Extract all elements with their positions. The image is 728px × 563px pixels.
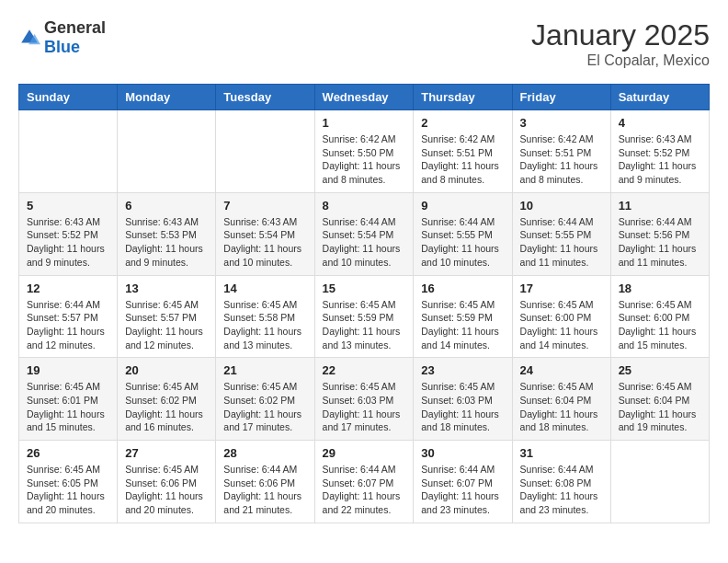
day-info: Sunrise: 6:42 AMSunset: 5:50 PMDaylight:… [323, 132, 406, 187]
day-number: 6 [125, 199, 208, 213]
calendar-cell: 11Sunrise: 6:44 AMSunset: 5:56 PMDayligh… [610, 192, 709, 275]
day-info: Sunrise: 6:45 AMSunset: 6:03 PMDaylight:… [323, 380, 406, 434]
day-number: 9 [421, 199, 504, 213]
day-info: Sunrise: 6:43 AMSunset: 5:54 PMDaylight:… [223, 215, 306, 270]
calendar-week-row: 26Sunrise: 6:45 AMSunset: 6:05 PMDayligh… [19, 441, 710, 523]
day-info: Sunrise: 6:44 AMSunset: 6:08 PMDaylight:… [520, 463, 603, 517]
day-info: Sunrise: 6:45 AMSunset: 6:06 PMDaylight:… [125, 463, 208, 517]
calendar-cell: 21Sunrise: 6:45 AMSunset: 6:02 PMDayligh… [216, 358, 314, 441]
day-info: Sunrise: 6:44 AMSunset: 5:56 PMDaylight:… [619, 215, 701, 270]
day-number: 27 [125, 446, 208, 460]
calendar-cell [610, 441, 709, 523]
calendar-week-row: 19Sunrise: 6:45 AMSunset: 6:01 PMDayligh… [19, 358, 710, 441]
calendar-cell: 27Sunrise: 6:45 AMSunset: 6:06 PMDayligh… [118, 441, 216, 523]
day-info: Sunrise: 6:45 AMSunset: 6:00 PMDaylight:… [619, 298, 701, 352]
day-info: Sunrise: 6:45 AMSunset: 6:04 PMDaylight:… [520, 380, 603, 434]
calendar-cell [19, 110, 118, 193]
day-info: Sunrise: 6:44 AMSunset: 5:55 PMDaylight:… [421, 215, 504, 270]
day-number: 3 [520, 116, 603, 130]
title-block: January 2025 El Copalar, Mexico [531, 18, 710, 69]
day-number: 12 [27, 282, 109, 295]
day-info: Sunrise: 6:43 AMSunset: 5:52 PMDaylight:… [27, 215, 109, 270]
day-info: Sunrise: 6:42 AMSunset: 5:51 PMDaylight:… [520, 132, 603, 187]
day-info: Sunrise: 6:43 AMSunset: 5:52 PMDaylight:… [619, 132, 701, 187]
calendar-cell: 25Sunrise: 6:45 AMSunset: 6:04 PMDayligh… [610, 358, 709, 441]
day-info: Sunrise: 6:44 AMSunset: 6:06 PMDaylight:… [223, 463, 306, 517]
calendar-cell: 5Sunrise: 6:43 AMSunset: 5:52 PMDaylight… [19, 192, 118, 275]
day-info: Sunrise: 6:44 AMSunset: 5:57 PMDaylight:… [27, 298, 109, 352]
page-header: General Blue January 2025 El Copalar, Me… [18, 18, 710, 69]
logo-general: General [44, 18, 106, 37]
location-title: El Copalar, Mexico [531, 52, 710, 69]
day-number: 25 [619, 363, 701, 377]
calendar-cell: 23Sunrise: 6:45 AMSunset: 6:03 PMDayligh… [414, 358, 512, 441]
calendar-cell [216, 110, 314, 193]
day-info: Sunrise: 6:45 AMSunset: 6:04 PMDaylight:… [619, 380, 701, 434]
day-info: Sunrise: 6:45 AMSunset: 5:57 PMDaylight:… [125, 298, 208, 352]
calendar-cell: 29Sunrise: 6:44 AMSunset: 6:07 PMDayligh… [314, 441, 414, 523]
day-info: Sunrise: 6:45 AMSunset: 5:59 PMDaylight:… [421, 298, 504, 352]
calendar-cell: 12Sunrise: 6:44 AMSunset: 5:57 PMDayligh… [19, 275, 118, 358]
day-number: 11 [619, 199, 701, 213]
calendar-cell: 16Sunrise: 6:45 AMSunset: 5:59 PMDayligh… [414, 275, 512, 358]
weekday-header-friday: Friday [512, 85, 610, 110]
calendar-cell: 3Sunrise: 6:42 AMSunset: 5:51 PMDaylight… [512, 110, 610, 193]
day-number: 1 [323, 116, 406, 130]
calendar-cell: 15Sunrise: 6:45 AMSunset: 5:59 PMDayligh… [314, 275, 414, 358]
day-number: 23 [421, 363, 504, 377]
day-number: 5 [27, 199, 109, 213]
calendar-week-row: 12Sunrise: 6:44 AMSunset: 5:57 PMDayligh… [19, 275, 710, 358]
calendar-cell [118, 110, 216, 193]
day-info: Sunrise: 6:42 AMSunset: 5:51 PMDaylight:… [421, 132, 504, 187]
day-number: 19 [27, 363, 109, 377]
calendar-table: SundayMondayTuesdayWednesdayThursdayFrid… [18, 84, 710, 523]
calendar-cell: 18Sunrise: 6:45 AMSunset: 6:00 PMDayligh… [610, 275, 709, 358]
day-number: 26 [27, 446, 109, 460]
calendar-cell: 24Sunrise: 6:45 AMSunset: 6:04 PMDayligh… [512, 358, 610, 441]
calendar-cell: 14Sunrise: 6:45 AMSunset: 5:58 PMDayligh… [216, 275, 314, 358]
day-info: Sunrise: 6:44 AMSunset: 5:54 PMDaylight:… [323, 215, 406, 270]
day-info: Sunrise: 6:44 AMSunset: 6:07 PMDaylight:… [421, 463, 504, 517]
day-info: Sunrise: 6:45 AMSunset: 5:59 PMDaylight:… [323, 298, 406, 352]
day-number: 8 [323, 199, 406, 213]
day-number: 14 [223, 282, 306, 295]
logo-blue: Blue [44, 38, 80, 56]
calendar-cell: 13Sunrise: 6:45 AMSunset: 5:57 PMDayligh… [118, 275, 216, 358]
weekday-header-row: SundayMondayTuesdayWednesdayThursdayFrid… [19, 85, 710, 110]
day-number: 16 [421, 282, 504, 295]
day-number: 30 [421, 446, 504, 460]
day-number: 31 [520, 446, 603, 460]
day-number: 24 [520, 363, 603, 377]
day-number: 29 [323, 446, 406, 460]
day-number: 15 [323, 282, 406, 295]
day-info: Sunrise: 6:43 AMSunset: 5:53 PMDaylight:… [125, 215, 208, 270]
calendar-cell: 26Sunrise: 6:45 AMSunset: 6:05 PMDayligh… [19, 441, 118, 523]
day-number: 21 [223, 363, 306, 377]
calendar-cell: 17Sunrise: 6:45 AMSunset: 6:00 PMDayligh… [512, 275, 610, 358]
day-number: 17 [520, 282, 603, 295]
day-info: Sunrise: 6:45 AMSunset: 6:00 PMDaylight:… [520, 298, 603, 352]
calendar-cell: 2Sunrise: 6:42 AMSunset: 5:51 PMDaylight… [414, 110, 512, 193]
day-number: 18 [619, 282, 701, 295]
calendar-cell: 7Sunrise: 6:43 AMSunset: 5:54 PMDaylight… [216, 192, 314, 275]
weekday-header-sunday: Sunday [19, 85, 118, 110]
weekday-header-monday: Monday [118, 85, 216, 110]
month-title: January 2025 [531, 18, 710, 52]
calendar-cell: 8Sunrise: 6:44 AMSunset: 5:54 PMDaylight… [314, 192, 414, 275]
calendar-week-row: 5Sunrise: 6:43 AMSunset: 5:52 PMDaylight… [19, 192, 710, 275]
calendar-cell: 20Sunrise: 6:45 AMSunset: 6:02 PMDayligh… [118, 358, 216, 441]
weekday-header-tuesday: Tuesday [216, 85, 314, 110]
day-number: 10 [520, 199, 603, 213]
day-info: Sunrise: 6:44 AMSunset: 5:55 PMDaylight:… [520, 215, 603, 270]
calendar-cell: 19Sunrise: 6:45 AMSunset: 6:01 PMDayligh… [19, 358, 118, 441]
day-number: 4 [619, 116, 701, 130]
weekday-header-wednesday: Wednesday [314, 85, 414, 110]
calendar-cell: 30Sunrise: 6:44 AMSunset: 6:07 PMDayligh… [414, 441, 512, 523]
day-info: Sunrise: 6:45 AMSunset: 6:02 PMDaylight:… [223, 380, 306, 434]
logo: General Blue [18, 18, 106, 57]
logo-icon [18, 27, 40, 49]
day-info: Sunrise: 6:45 AMSunset: 6:05 PMDaylight:… [27, 463, 109, 517]
day-number: 2 [421, 116, 504, 130]
calendar-cell: 31Sunrise: 6:44 AMSunset: 6:08 PMDayligh… [512, 441, 610, 523]
calendar-cell: 6Sunrise: 6:43 AMSunset: 5:53 PMDaylight… [118, 192, 216, 275]
